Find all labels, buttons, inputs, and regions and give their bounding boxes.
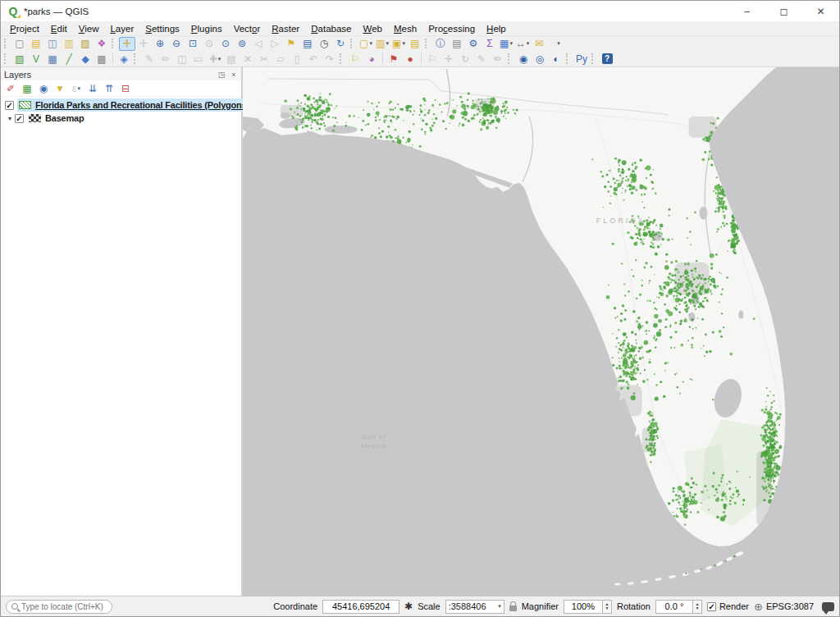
toolbar-handle[interactable] [4, 39, 9, 49]
toolbar-handle[interactable] [508, 53, 513, 64]
open-attribute-table-button[interactable]: ▦▾ [498, 37, 514, 51]
zoom-full-button[interactable]: ⊡ [185, 37, 201, 51]
locator-input[interactable] [21, 602, 107, 611]
add-raster-layer-button[interactable]: ▦ [44, 52, 61, 66]
new-bookmark-button[interactable]: ⚑ [283, 37, 299, 51]
locator-box[interactable] [6, 600, 112, 614]
toolbar-handle[interactable] [566, 53, 571, 64]
toolbar-handle[interactable] [340, 53, 345, 64]
expand-all-button[interactable]: ⇊ [84, 81, 101, 95]
scale-dropdown-icon[interactable]: ▾ [498, 603, 501, 610]
select-by-value-dropdown[interactable]: ▾ [386, 40, 389, 47]
map-tips-button[interactable]: ✉ [531, 37, 547, 51]
python-console-button[interactable]: Py [573, 52, 590, 66]
extents-toggle-icon[interactable]: ✱ [404, 601, 413, 612]
manage-map-themes-button[interactable]: ◉ [35, 81, 52, 95]
panel-float-button[interactable]: ◳ [217, 71, 226, 79]
layer-row-basemap[interactable]: ▾ ✓ Basemap [1, 112, 241, 125]
remove-layer-button[interactable]: ⊟ [117, 81, 134, 95]
crs-globe-icon[interactable]: ⊕ [754, 601, 763, 612]
menu-edit[interactable]: Edit [45, 24, 73, 34]
layer-basemap-expand-icon[interactable]: ▾ [5, 115, 15, 122]
layer-basemap-checkbox[interactable]: ✓ [15, 114, 24, 123]
toolbar-handle[interactable] [112, 39, 116, 49]
layer-parks-label[interactable]: Florida Parks and Recreational Facilitie… [35, 100, 249, 110]
menu-plugins[interactable]: Plugins [185, 24, 228, 34]
zoom-in-button[interactable]: ⊕ [152, 37, 168, 51]
web-service-a-button[interactable]: ◎ [532, 52, 548, 66]
layout-manager-button[interactable]: ▧ [77, 37, 94, 51]
lock-scale-icon[interactable] [509, 606, 517, 611]
minimize-button[interactable]: – [728, 1, 765, 21]
vertex-tool-dropdown[interactable]: ▾ [218, 56, 221, 62]
layer-parks-selection[interactable]: Florida Parks and Recreational Facilitie… [17, 98, 249, 112]
layer-row-parks[interactable]: ✓ Florida Parks and Recreational Facilit… [1, 98, 241, 112]
new-project-button[interactable]: ▢ [11, 37, 28, 51]
add-vector-layer-button[interactable]: V [28, 52, 44, 66]
save-project-button[interactable]: ◫ [44, 37, 61, 51]
pin-labels-button[interactable]: ⚑ [386, 52, 402, 66]
deselect-all-dropdown[interactable]: ▾ [402, 40, 405, 47]
data-source-manager-button[interactable]: ▧ [11, 52, 28, 66]
rotation-input[interactable] [655, 600, 693, 614]
menu-raster[interactable]: Raster [266, 24, 305, 34]
menu-processing[interactable]: Processing [422, 24, 481, 34]
menu-layer[interactable]: Layer [104, 24, 139, 34]
layer-labeling-button[interactable]: ⚐ [347, 52, 363, 66]
filter-by-expression-dropdown[interactable]: ▾ [77, 85, 80, 92]
panel-close-button[interactable]: × [229, 71, 239, 79]
render-checkbox[interactable]: ✓ [707, 602, 716, 611]
maximize-button[interactable]: ◻ [765, 1, 802, 21]
rotation-spinner[interactable]: ▲▼ [693, 600, 702, 614]
menu-project[interactable]: Project [4, 24, 45, 34]
close-button[interactable]: ✕ [802, 1, 839, 21]
toolbar-handle[interactable] [134, 53, 139, 64]
open-layer-styling-button[interactable]: ✐ [2, 81, 19, 95]
processing-toolbox-button[interactable]: ⚙ [465, 37, 482, 51]
menu-help[interactable]: Help [481, 24, 512, 34]
metasearch-button[interactable]: ◉ [515, 52, 532, 66]
map-canvas[interactable]: FLORIDA Gulf of Mexico [243, 67, 839, 596]
add-point-cloud-layer-button[interactable]: ▩ [94, 52, 110, 66]
select-by-value-button[interactable]: ▥▾ [374, 37, 390, 51]
select-by-location-button[interactable]: ▤ [407, 37, 423, 51]
temporal-controller-button[interactable]: ◷ [316, 37, 332, 51]
toolbar-handle[interactable] [4, 53, 9, 64]
menu-mesh[interactable]: Mesh [388, 24, 422, 34]
deselect-all-button[interactable]: ▣▾ [390, 37, 407, 51]
menu-view[interactable]: View [73, 24, 105, 34]
layer-parks-checkbox[interactable]: ✓ [5, 101, 14, 110]
open-project-button[interactable]: ▤ [28, 37, 44, 51]
toolbar-handle[interactable] [591, 53, 596, 64]
toolbar-handle[interactable] [425, 39, 430, 49]
zoom-native-button[interactable]: ⊚ [234, 37, 250, 51]
osm-place-search-dropdown[interactable]: ▾ [557, 40, 560, 47]
style-manager-button[interactable]: ❖ [94, 37, 110, 51]
layer-diagrams-button[interactable]: ◕ [363, 52, 380, 66]
crs-status[interactable]: EPSG:3087 [766, 601, 814, 611]
menu-database[interactable]: Database [305, 24, 357, 34]
measure-line-dropdown[interactable]: ▾ [527, 40, 530, 47]
measure-line-button[interactable]: ↔▾ [514, 37, 531, 51]
web-service-b-button[interactable]: ◐ [548, 52, 564, 66]
toolbar-handle[interactable] [350, 39, 355, 49]
zoom-to-layer-button[interactable]: ⊙ [217, 37, 234, 51]
scale-combobox[interactable]: :3588406 ▾ [445, 600, 504, 614]
pan-map-button[interactable]: ✛ [119, 37, 135, 51]
open-attribute-table-dropdown[interactable]: ▾ [509, 40, 513, 47]
menu-settings[interactable]: Settings [139, 24, 185, 34]
coordinate-input[interactable] [322, 600, 399, 614]
menu-vector[interactable]: Vector [228, 24, 267, 34]
add-mesh-layer-button[interactable]: ╱ [61, 52, 77, 66]
filter-legend-button[interactable]: ▼ [52, 81, 68, 95]
layer-basemap-selection[interactable]: Basemap [27, 112, 241, 125]
select-features-dropdown[interactable]: ▾ [369, 40, 372, 47]
highlight-pinned-labels-button[interactable]: ● [402, 52, 418, 66]
magnifier-input[interactable] [564, 600, 603, 614]
add-group-button[interactable]: ▦ [19, 81, 35, 95]
statistical-summary-button[interactable]: Σ [482, 37, 498, 51]
new-virtual-layer-button[interactable]: ◈ [116, 52, 132, 66]
select-features-button[interactable]: ▢▾ [358, 37, 374, 51]
new-print-layout-button[interactable]: ▥ [61, 37, 77, 51]
help-contents-button[interactable]: ? [599, 52, 615, 66]
